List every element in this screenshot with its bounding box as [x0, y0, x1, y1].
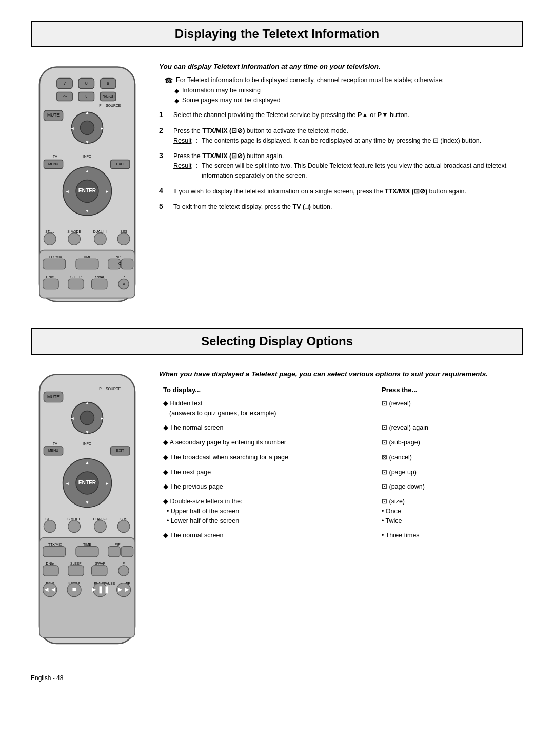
svg-text:►: ►	[105, 481, 109, 486]
svg-point-41	[68, 233, 81, 245]
svg-point-40	[44, 233, 56, 245]
svg-text:P: P	[99, 387, 102, 391]
page-footer: English - 48	[31, 670, 523, 682]
row4-press: ⊠ (cancel)	[378, 450, 523, 465]
svg-text:7: 7	[64, 81, 66, 86]
svg-rect-107	[68, 566, 84, 576]
footer-text: English - 48	[31, 674, 63, 682]
row6-press: ⊡ (page down)	[378, 479, 523, 494]
row2-display: ◆ The normal screen	[163, 424, 223, 431]
note-item-1: ◆ Information may be missing	[174, 87, 523, 94]
svg-text:SOURCE: SOURCE	[106, 104, 121, 107]
row4-display: ◆ The broadcast when searching for a pag…	[163, 454, 288, 461]
svg-text:SOURCE: SOURCE	[106, 387, 121, 391]
section2-title: Selecting Display Options	[42, 334, 512, 348]
section2-header: Selecting Display Options	[31, 328, 523, 355]
svg-text:ENTER: ENTER	[78, 480, 96, 486]
svg-text:►❚❚: ►❚❚	[91, 586, 110, 594]
svg-text:EXIT: EXIT	[116, 449, 124, 452]
row3-press: ⊡ (sub-page)	[378, 435, 523, 450]
note-item-2: ◆ Some pages may not be displayed	[174, 96, 523, 104]
svg-text:TTX/MIX: TTX/MIX	[48, 255, 62, 259]
svg-text:PRE-CH: PRE-CH	[102, 94, 115, 98]
svg-point-43	[117, 233, 130, 245]
section1-title: Displaying the Teletext Information	[42, 27, 512, 41]
row1-press: ⊡ (reveal)	[378, 396, 523, 420]
svg-text:EXIT: EXIT	[116, 162, 124, 166]
svg-rect-57	[43, 279, 58, 289]
section1-intro: You can display Teletext information at …	[159, 63, 523, 70]
svg-text:►: ►	[100, 416, 104, 421]
svg-point-42	[94, 233, 107, 245]
svg-text:►►: ►►	[117, 586, 131, 593]
remote-control-2: P SOURCE MUTE ▲ ▼ ◄ ► TV INFO MENU EXIT …	[31, 370, 144, 650]
svg-text:►: ►	[105, 189, 109, 194]
remote-control-1: 7 8 9 -/-- 0 PRE-CH P SOURCE MUTE ▲ ▼ ◄ …	[31, 63, 144, 307]
svg-text:SWAP: SWAP	[95, 275, 106, 279]
svg-text:SWAP: SWAP	[95, 561, 106, 565]
svg-point-68	[80, 411, 94, 424]
svg-text:MENU: MENU	[48, 162, 58, 166]
steps-list: 1 Select the channel providing the Telet…	[159, 110, 523, 212]
svg-text:◄: ◄	[65, 481, 69, 486]
svg-text:P: P	[123, 275, 125, 279]
section1-header: Displaying the Teletext Information	[31, 21, 523, 47]
svg-text:▲: ▲	[85, 110, 89, 115]
step-4: 4 If you wish to display the teletext in…	[159, 187, 523, 197]
svg-rect-108	[91, 566, 107, 576]
svg-text:8: 8	[85, 81, 88, 86]
svg-rect-49	[76, 259, 98, 269]
svg-text:∧: ∧	[123, 282, 125, 285]
step-1: 1 Select the channel providing the Telet…	[159, 110, 523, 120]
svg-point-109	[118, 566, 129, 576]
section1-content: You can display Teletext information at …	[159, 63, 523, 307]
table-row: ◆ A secondary page by entering its numbe…	[159, 435, 523, 450]
svg-text:TIME: TIME	[83, 542, 92, 546]
svg-text:P: P	[123, 561, 125, 565]
svg-rect-100	[108, 546, 121, 556]
step-3: 3 Press the TTX/MIX (⊡⊘) button again. R…	[159, 151, 523, 180]
svg-text:SLEEP: SLEEP	[70, 561, 82, 565]
svg-rect-58	[68, 279, 84, 289]
svg-text:PIP: PIP	[115, 542, 121, 546]
svg-point-91	[68, 520, 81, 533]
svg-text:◄: ◄	[70, 126, 74, 131]
section2-intro: When you have displayed a Teletext page,…	[159, 370, 523, 378]
svg-rect-99	[76, 546, 98, 556]
svg-text:◄: ◄	[70, 416, 74, 421]
svg-text:◄: ◄	[65, 189, 69, 194]
table-header-row: To display... Press the...	[159, 384, 523, 396]
svg-rect-98	[43, 546, 66, 556]
svg-text:▼: ▼	[85, 140, 89, 145]
row5-press: ⊡ (page up)	[378, 465, 523, 480]
note-intro: ☎ For Teletext information to be display…	[164, 76, 523, 85]
svg-text:▲: ▲	[85, 460, 89, 465]
row7-display: ◆ Double-size letters in the: • Upper ha…	[163, 498, 243, 525]
svg-text:DNIe: DNIe	[46, 561, 54, 565]
section2-content: When you have displayed a Teletext page,…	[159, 370, 523, 650]
svg-point-90	[44, 520, 56, 533]
step-2: 2 Press the TTX/MIX (⊡⊘) button to activ…	[159, 126, 523, 146]
svg-text:INFO: INFO	[83, 441, 91, 445]
phone-icon: ☎	[164, 76, 173, 85]
svg-text:◄◄: ◄◄	[43, 586, 57, 593]
svg-point-92	[94, 520, 107, 533]
col-display-header: To display...	[159, 384, 378, 396]
row8-display: ◆ The normal screen	[163, 532, 223, 539]
svg-text:SLEEP: SLEEP	[70, 275, 82, 279]
row2-press: ⊡ (reveal) again	[378, 420, 523, 435]
table-row: ◆ Hidden text(answers to quiz games, for…	[159, 396, 523, 420]
row3-display: ◆ A secondary page by entering its numbe…	[163, 439, 286, 446]
svg-text:TV: TV	[53, 154, 57, 158]
svg-text:▼: ▼	[85, 430, 89, 435]
svg-text:▼: ▼	[85, 208, 89, 214]
svg-text:MUTE: MUTE	[47, 112, 60, 118]
table-row: ◆ The broadcast when searching for a pag…	[159, 450, 523, 465]
table-row: ◆ The previous page ⊡ (page down)	[159, 479, 523, 494]
svg-text:9: 9	[107, 81, 109, 86]
svg-text:▲: ▲	[85, 400, 89, 405]
svg-text:MUTE: MUTE	[47, 394, 60, 399]
svg-text:-/--: -/--	[63, 94, 67, 98]
svg-text:►: ►	[100, 126, 104, 131]
svg-text:0: 0	[85, 94, 87, 98]
